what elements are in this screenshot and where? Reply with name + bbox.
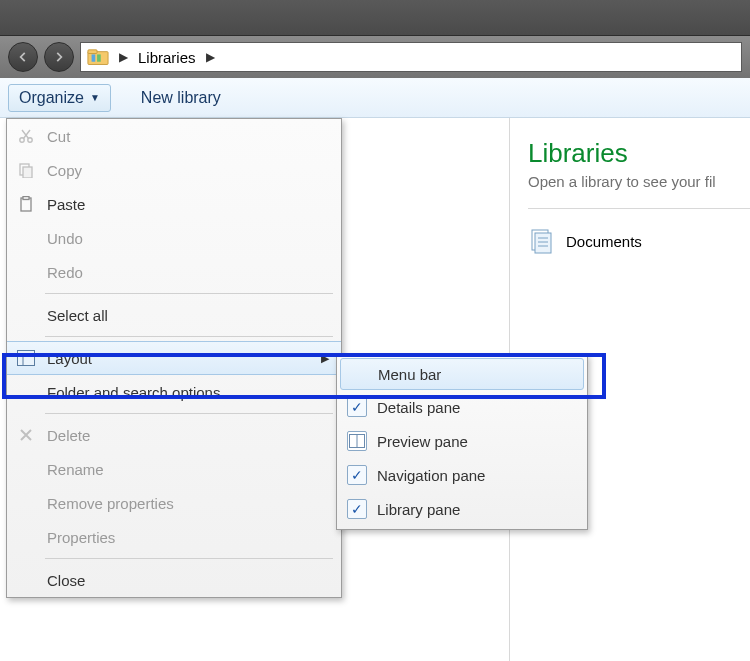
menu-close-label: Close — [47, 572, 329, 589]
menu-paste[interactable]: Paste — [7, 187, 341, 221]
address-bar[interactable]: ▶ Libraries ▶ — [80, 42, 742, 72]
organize-label: Organize — [19, 89, 84, 107]
menu-separator — [45, 293, 333, 294]
blank-icon — [348, 364, 368, 384]
menu-properties-label: Properties — [47, 529, 329, 546]
menu-cut[interactable]: Cut — [7, 119, 341, 153]
delete-icon — [15, 427, 37, 443]
svg-rect-1 — [88, 50, 97, 54]
menu-copy-label: Copy — [47, 162, 329, 179]
svg-rect-3 — [97, 54, 101, 61]
submenu-navigation-pane[interactable]: ✓ Navigation pane — [337, 458, 587, 492]
navigation-bar: ▶ Libraries ▶ — [0, 36, 750, 78]
libraries-icon — [87, 48, 109, 66]
menu-removeprops-label: Remove properties — [47, 495, 329, 512]
submenu-navigation-label: Navigation pane — [377, 467, 573, 484]
submenu-menubar-label: Menu bar — [378, 366, 572, 383]
menu-copy[interactable]: Copy — [7, 153, 341, 187]
menu-layout-label: Layout — [47, 350, 311, 367]
copy-icon — [15, 162, 37, 178]
menu-folderopts-label: Folder and search options — [47, 384, 329, 401]
menu-properties[interactable]: Properties — [7, 520, 341, 554]
layout-icon — [15, 350, 37, 366]
chevron-right-icon[interactable]: ▶ — [204, 50, 217, 64]
page-title: Libraries — [528, 138, 750, 169]
svg-rect-14 — [23, 197, 29, 200]
command-bar: Organize ▼ New library — [0, 78, 750, 118]
pane-icon — [347, 431, 367, 451]
menu-redo-label: Redo — [47, 264, 329, 281]
menu-selectall-label: Select all — [47, 307, 329, 324]
submenu-library-pane[interactable]: ✓ Library pane — [337, 492, 587, 526]
menu-redo[interactable]: Redo — [7, 255, 341, 289]
library-item-documents[interactable]: Documents — [528, 227, 750, 255]
layout-submenu: Menu bar ✓ Details pane Preview pane ✓ N… — [336, 354, 588, 530]
svg-rect-15 — [18, 351, 35, 366]
submenu-preview-label: Preview pane — [377, 433, 573, 450]
submenu-preview-pane[interactable]: Preview pane — [337, 424, 587, 458]
new-library-button[interactable]: New library — [141, 89, 221, 107]
divider — [528, 208, 750, 209]
menu-remove-properties[interactable]: Remove properties — [7, 486, 341, 520]
menu-undo-label: Undo — [47, 230, 329, 247]
menu-paste-label: Paste — [47, 196, 329, 213]
menu-select-all[interactable]: Select all — [7, 298, 341, 332]
menu-undo[interactable]: Undo — [7, 221, 341, 255]
menu-rename[interactable]: Rename — [7, 452, 341, 486]
chevron-down-icon: ▼ — [90, 92, 100, 103]
documents-label: Documents — [566, 233, 642, 250]
menu-delete-label: Delete — [47, 427, 329, 444]
forward-button[interactable] — [44, 42, 74, 72]
submenu-details-label: Details pane — [377, 399, 573, 416]
page-subtitle: Open a library to see your fil — [528, 173, 750, 190]
menu-separator — [45, 413, 333, 414]
menu-layout[interactable]: Layout ▶ — [7, 341, 341, 375]
cut-icon — [15, 128, 37, 144]
menu-separator — [45, 558, 333, 559]
submenu-menu-bar[interactable]: Menu bar — [340, 358, 584, 390]
documents-icon — [528, 227, 556, 255]
paste-icon — [15, 196, 37, 212]
svg-rect-2 — [92, 54, 96, 61]
breadcrumb-libraries[interactable]: Libraries — [138, 49, 196, 66]
menu-delete[interactable]: Delete — [7, 418, 341, 452]
organize-menu: Cut Copy Paste Undo Redo Select all Layo… — [6, 118, 342, 598]
check-icon: ✓ — [347, 397, 367, 417]
back-button[interactable] — [8, 42, 38, 72]
submenu-arrow-icon: ▶ — [321, 352, 329, 365]
submenu-library-label: Library pane — [377, 501, 573, 518]
svg-rect-12 — [23, 167, 32, 178]
check-icon: ✓ — [347, 465, 367, 485]
window-titlebar — [0, 0, 750, 36]
menu-separator — [45, 336, 333, 337]
menu-cut-label: Cut — [47, 128, 329, 145]
chevron-right-icon[interactable]: ▶ — [117, 50, 130, 64]
submenu-details-pane[interactable]: ✓ Details pane — [337, 390, 587, 424]
check-icon: ✓ — [347, 499, 367, 519]
menu-rename-label: Rename — [47, 461, 329, 478]
menu-folder-options[interactable]: Folder and search options — [7, 375, 341, 409]
menu-close[interactable]: Close — [7, 563, 341, 597]
svg-rect-5 — [535, 233, 551, 253]
organize-button[interactable]: Organize ▼ — [8, 84, 111, 112]
